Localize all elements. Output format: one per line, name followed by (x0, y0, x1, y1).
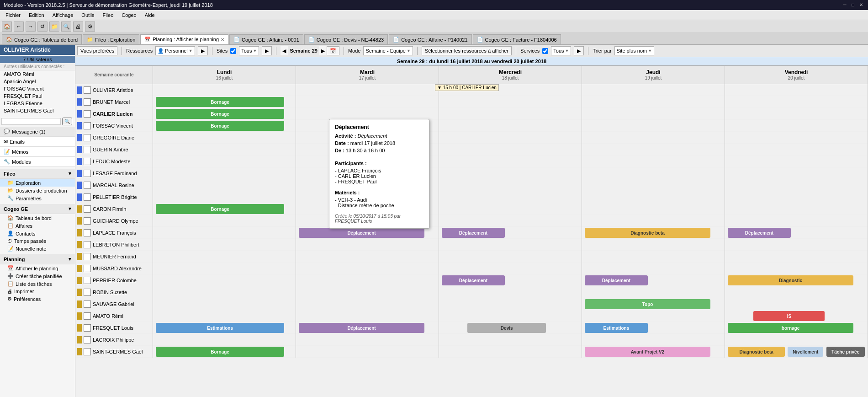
cell-wed-11[interactable] (439, 215, 582, 227)
checkbox-21[interactable] (84, 336, 91, 343)
tab-affaire-p140021[interactable]: 📄 Cogeo GE : Affaire - P140021 (389, 34, 471, 44)
cell-mon-7[interactable] (153, 167, 296, 179)
cell-tue-18[interactable] (296, 298, 439, 310)
checkbox-1[interactable] (84, 98, 91, 106)
cell-thu-4[interactable] (582, 132, 725, 144)
cell-wed-5[interactable] (439, 144, 582, 156)
cell-fri-22[interactable]: Diagnostic beta Nivellement Tâche privée (725, 346, 868, 358)
sidebar-item-dossiers[interactable]: 📂 Dossiers de production (0, 187, 75, 194)
cell-wed-16[interactable]: Déplacement (439, 274, 582, 286)
task-deplacement-laplace-wed[interactable]: Déplacement (442, 228, 504, 238)
menu-edition[interactable]: Edition (25, 11, 48, 19)
checkbox-5[interactable] (84, 146, 91, 153)
cell-tue-2[interactable] (296, 108, 439, 120)
cell-thu-8[interactable] (582, 179, 725, 191)
tab-facture[interactable]: 📄 Cogeo GE : Facture - F1804006 (473, 34, 561, 44)
cell-mon-4[interactable] (153, 132, 296, 144)
tab-close-icon[interactable]: ✕ (221, 37, 224, 42)
task-deplacement-thu-16[interactable]: Déplacement (585, 275, 647, 285)
cell-fri-15[interactable] (725, 263, 868, 274)
checkbox-14[interactable] (84, 253, 91, 260)
task-topo-thu[interactable]: Topo (585, 299, 710, 309)
cell-fri-21[interactable] (725, 334, 868, 346)
vues-preferees-button[interactable]: Vues préférées (77, 46, 117, 55)
cell-mon-17[interactable] (153, 286, 296, 298)
cell-thu-12[interactable]: Diagnostic beta (582, 227, 725, 239)
sidebar-user-legras[interactable]: LEGRAS Etienne (0, 100, 75, 107)
mode-dropdown[interactable]: Semaine - Equipe ▼ (363, 46, 413, 55)
cell-thu-16[interactable]: Déplacement (582, 274, 725, 286)
task-estimations-fresquet-mon[interactable]: Estimations (156, 323, 284, 333)
task-diagnostic-laplace-thu[interactable]: Diagnostic beta (585, 228, 710, 238)
cell-tue-19[interactable] (296, 310, 439, 322)
checkbox-3[interactable] (84, 122, 91, 129)
selectionner-button[interactable]: Sélectionner les ressources à afficher (422, 46, 512, 55)
cell-fri-17[interactable] (725, 286, 868, 298)
sidebar-item-imprimer[interactable]: 🖨 Imprimer (0, 288, 75, 295)
cell-wed-18[interactable] (439, 298, 582, 310)
cell-wed-12[interactable]: Déplacement (439, 227, 582, 239)
cell-mon-8[interactable] (153, 179, 296, 191)
cell-fri-20[interactable]: bornage (725, 322, 868, 334)
sidebar-item-affaires[interactable]: 📋 Affaires (0, 222, 75, 230)
checkbox-7[interactable] (84, 170, 91, 177)
cell-fri-10[interactable] (725, 203, 868, 215)
cell-wed-1[interactable] (439, 96, 582, 108)
cell-wed-9[interactable] (439, 191, 582, 203)
checkbox-6[interactable] (84, 158, 91, 165)
cell-thu-1[interactable] (582, 96, 725, 108)
cell-fri-9[interactable] (725, 191, 868, 203)
cell-fri-4[interactable] (725, 132, 868, 144)
cell-fri-19[interactable]: IS (725, 310, 868, 322)
next-week-button[interactable]: ▶ (319, 46, 327, 55)
sidebar-item-temps-passes[interactable]: ⏱ Temps passés (0, 237, 75, 245)
cell-wed-15[interactable] (439, 263, 582, 274)
prev-week-button[interactable]: ◀ (281, 46, 288, 55)
cell-wed-4[interactable] (439, 132, 582, 144)
task-bornage-carlier-mon[interactable]: Bornage (156, 109, 284, 119)
user-count[interactable]: 7 Utilisateurs (0, 56, 75, 63)
cell-mon-16[interactable] (153, 274, 296, 286)
checkbox-4[interactable] (84, 134, 91, 141)
checkbox-16[interactable] (84, 277, 91, 284)
sidebar-user-fresquet[interactable]: FRESQUET Paul (0, 92, 75, 100)
tab-devis[interactable]: 📄 Cogeo GE : Devis - NE-44823 (304, 34, 388, 44)
cell-mon-13[interactable] (153, 239, 296, 251)
cell-mon-5[interactable] (153, 144, 296, 156)
cell-mon-2[interactable]: Bornage (153, 108, 296, 120)
close-icon[interactable]: ✕ (858, 2, 864, 8)
search-input[interactable] (1, 118, 61, 125)
cell-fri-13[interactable] (725, 239, 868, 251)
cell-mon-9[interactable] (153, 191, 296, 203)
toolbar-settings[interactable]: ⚙ (85, 21, 95, 32)
cell-tue-22[interactable] (296, 346, 439, 358)
checkbox-22[interactable] (84, 348, 91, 355)
cell-wed-10[interactable] (439, 203, 582, 215)
cell-wed-20[interactable]: Devis (439, 322, 582, 334)
task-avant-projet-thu[interactable]: Avant Projet V2 (585, 347, 710, 357)
tab-exploration[interactable]: 📁 Fileo : Exploration (83, 34, 139, 44)
menu-aide[interactable]: Aide (141, 11, 159, 19)
task-deplacement-wed-16[interactable]: Déplacement (442, 275, 504, 285)
toolbar-home[interactable]: 🏠 (2, 21, 12, 32)
toolbar-forward[interactable]: → (26, 21, 36, 32)
cell-mon-1[interactable]: Bornage (153, 96, 296, 108)
personnel-dropdown[interactable]: 👤 Personnel ▼ (155, 46, 195, 55)
services-checkbox[interactable] (542, 48, 548, 54)
minimize-icon[interactable]: ─ (842, 2, 848, 8)
checkbox-12[interactable] (84, 229, 91, 236)
sidebar-item-preferences[interactable]: ⚙ Préférences (0, 295, 75, 303)
checkbox-17[interactable] (84, 289, 91, 296)
play-button[interactable]: ▶ (198, 46, 208, 55)
cell-mon-20[interactable]: Estimations (153, 322, 296, 334)
sidebar-user-foissac[interactable]: FOISSAC Vincent (0, 85, 75, 92)
cell-wed-14[interactable] (439, 251, 582, 263)
task-deplacement-fresquet-tue[interactable]: Déplacement (299, 323, 424, 333)
cogeo-section-header[interactable]: Cogeo GE ▾ (0, 204, 75, 214)
cell-thu-17[interactable] (582, 286, 725, 298)
checkbox-9[interactable] (84, 193, 91, 201)
toolbar-search[interactable]: 🔍 (61, 21, 71, 32)
sidebar-item-parametres[interactable]: 🔧 Paramètres (0, 194, 75, 202)
cell-fri-18[interactable] (725, 298, 868, 310)
planning-grid[interactable]: ▼ 15 h 00 | CARLIER Lucien Semaine coura… (75, 66, 868, 397)
